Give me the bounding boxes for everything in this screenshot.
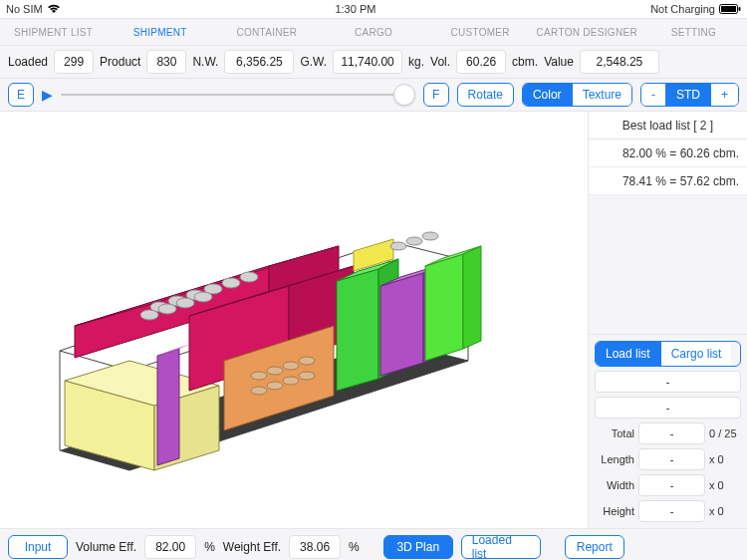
- loaded-label: Loaded: [8, 55, 48, 69]
- svg-marker-40: [425, 254, 463, 361]
- product-value: 830: [146, 50, 186, 74]
- svg-point-19: [222, 278, 240, 288]
- 3d-plan-button[interactable]: 3D Plan: [383, 535, 453, 559]
- clock: 1:30 PM: [335, 3, 375, 15]
- product-label: Product: [100, 55, 140, 69]
- status-bar: No SIM 1:30 PM Not Charging: [0, 0, 747, 18]
- svg-point-22: [158, 304, 176, 314]
- svg-point-44: [390, 242, 406, 250]
- vol-eff-label: Volume Eff.: [76, 540, 136, 554]
- sim-status: No SIM: [6, 3, 43, 15]
- e-button[interactable]: E: [8, 83, 34, 107]
- load-list-seg[interactable]: Load list: [596, 342, 660, 366]
- value-value: 2,548.25: [580, 50, 659, 74]
- svg-marker-42: [463, 246, 481, 349]
- texture-seg[interactable]: Texture: [572, 84, 631, 106]
- wt-eff-value: 38.06: [289, 535, 341, 559]
- svg-point-20: [240, 272, 258, 282]
- svg-point-27: [267, 367, 283, 375]
- height-unit: x 0: [709, 505, 741, 517]
- zoom-std[interactable]: STD: [665, 84, 710, 106]
- tool-row: E ▶ F Rotate Color Texture - STD +: [0, 79, 747, 112]
- svg-point-21: [140, 310, 158, 320]
- container-svg: [0, 112, 588, 530]
- svg-point-33: [299, 372, 315, 380]
- svg-point-24: [194, 292, 212, 302]
- svg-rect-2: [738, 7, 740, 11]
- bottom-bar: Input Volume Eff. 82.00 % Weight Eff. 38…: [0, 528, 747, 560]
- tab-cargo[interactable]: CARGO: [320, 19, 426, 45]
- width-label: Width: [595, 479, 634, 491]
- nw-label: N.W.: [192, 55, 218, 69]
- svg-point-32: [283, 377, 299, 385]
- svg-marker-34: [337, 269, 378, 391]
- loaded-list-button[interactable]: Loaded list: [461, 535, 541, 559]
- svg-point-31: [267, 382, 283, 390]
- svg-point-23: [176, 298, 194, 308]
- side-panel: Best load list [ 2 ] 82.00 % = 60.26 cbm…: [588, 112, 747, 528]
- main-area: Best load list [ 2 ] 82.00 % = 60.26 cbm…: [0, 112, 747, 528]
- zoom-minus[interactable]: -: [641, 84, 665, 106]
- svg-marker-37: [380, 273, 423, 376]
- best-item-2[interactable]: 78.41 % = 57.62 cbm.: [589, 167, 747, 195]
- cbm-label: cbm.: [512, 55, 538, 69]
- svg-point-28: [283, 362, 299, 370]
- tab-bar: SHIPMENT LIST SHIPMENT CONTAINER CARGO C…: [0, 18, 747, 46]
- report-button[interactable]: Report: [565, 535, 624, 559]
- svg-point-30: [251, 387, 267, 395]
- tab-shipment[interactable]: SHIPMENT: [107, 19, 213, 45]
- loaded-value: 299: [54, 50, 94, 74]
- nw-value: 6,356.25: [224, 50, 294, 74]
- length-unit: x 0: [709, 453, 741, 465]
- color-texture-seg: Color Texture: [522, 83, 632, 107]
- value-label: Value: [544, 55, 574, 69]
- svg-point-46: [422, 232, 438, 240]
- height-value: -: [638, 500, 705, 522]
- tab-customer[interactable]: CUSTOMER: [427, 19, 534, 45]
- zoom-plus[interactable]: +: [710, 84, 738, 106]
- tab-shipment-list[interactable]: SHIPMENT LIST: [0, 19, 107, 45]
- tab-container[interactable]: CONTAINER: [213, 19, 320, 45]
- svg-point-26: [251, 372, 267, 380]
- list-seg: Load list Cargo list: [595, 341, 741, 367]
- vol-eff-value: 82.00: [144, 535, 196, 559]
- charging-status: Not Charging: [650, 3, 715, 15]
- gw-label: G.W.: [300, 55, 327, 69]
- tab-setting[interactable]: SETTING: [640, 19, 747, 45]
- length-label: Length: [595, 453, 634, 465]
- battery-icon: [719, 4, 741, 14]
- canvas-3d[interactable]: [0, 112, 588, 528]
- tab-carton-designer[interactable]: CARTON DESIGNER: [534, 19, 640, 45]
- best-item-1[interactable]: 82.00 % = 60.26 cbm.: [589, 140, 747, 167]
- wt-eff-pct: %: [349, 540, 360, 554]
- input-button[interactable]: Input: [8, 535, 68, 559]
- vol-value: 60.26: [456, 50, 506, 74]
- f-button[interactable]: F: [423, 83, 449, 107]
- side-bottom-panel: Load list Cargo list - - Total - 0 / 25 …: [589, 334, 747, 528]
- length-value: -: [638, 448, 705, 470]
- svg-rect-1: [721, 6, 736, 12]
- cargo-list-seg[interactable]: Cargo list: [660, 342, 732, 366]
- color-seg[interactable]: Color: [523, 84, 572, 106]
- vol-label: Vol.: [430, 55, 450, 69]
- svg-point-45: [406, 237, 422, 245]
- svg-marker-7: [157, 349, 179, 465]
- list-row-1: -: [595, 371, 741, 393]
- total-unit: 0 / 25: [709, 427, 741, 439]
- rotate-button[interactable]: Rotate: [457, 83, 514, 107]
- vol-eff-pct: %: [204, 540, 215, 554]
- list-row-2: -: [595, 397, 741, 419]
- svg-point-29: [299, 357, 315, 365]
- zoom-seg: - STD +: [640, 83, 739, 107]
- width-unit: x 0: [709, 479, 741, 491]
- total-value: -: [638, 422, 705, 444]
- wifi-icon: [47, 4, 61, 14]
- width-value: -: [638, 474, 705, 496]
- kg-label: kg.: [408, 55, 424, 69]
- stats-row: Loaded 299 Product 830 N.W. 6,356.25 G.W…: [0, 46, 747, 79]
- gw-value: 11,740.00: [333, 50, 402, 74]
- timeline-slider[interactable]: [61, 85, 415, 105]
- play-icon[interactable]: ▶: [42, 87, 53, 103]
- wt-eff-label: Weight Eff.: [223, 540, 281, 554]
- height-label: Height: [595, 505, 634, 517]
